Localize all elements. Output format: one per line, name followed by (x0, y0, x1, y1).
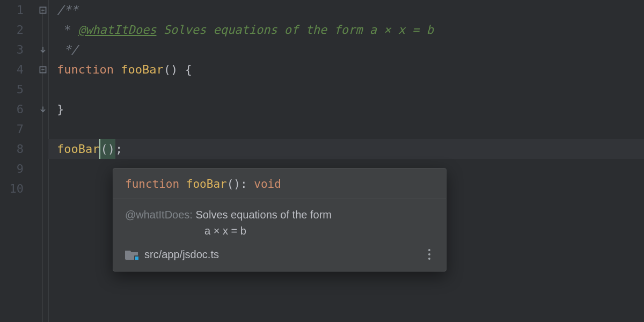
jsdoc-prefix: * (57, 23, 78, 36)
tooltip-doc: @whatItDoes: Solves equations of the for… (113, 199, 446, 243)
line-number: 2 (0, 20, 24, 40)
tooltip-doc-tag: @whatItDoes: (125, 209, 193, 221)
folder-icon (125, 249, 138, 260)
jsdoc-tag: @whatItDoes (78, 23, 157, 36)
line-number: 5 (0, 79, 24, 99)
line-number: 1 (0, 0, 24, 20)
kebab-menu-icon[interactable] (425, 249, 434, 260)
tooltip-doc-text: a × x = b (204, 225, 246, 237)
line-number: 3 (0, 40, 24, 60)
code-line[interactable]: */ (57, 40, 644, 60)
line-number: 9 (0, 159, 24, 179)
code-line[interactable] (57, 119, 644, 139)
line-number: 6 (0, 99, 24, 119)
code-line-active[interactable]: fooBar(); (48, 139, 644, 159)
fold-toggle-icon[interactable] (39, 65, 47, 74)
sig-punct: (): (227, 178, 254, 191)
line-number: 8 (0, 139, 24, 159)
line-number: 7 (0, 119, 24, 139)
tooltip-signature: function fooBar(): void (113, 169, 446, 199)
keyword-function: function (57, 63, 114, 76)
quick-doc-tooltip: function fooBar(): void @whatItDoes: Sol… (113, 168, 447, 272)
punct: } (57, 103, 64, 116)
sig-return-type: void (254, 178, 281, 191)
code-area[interactable]: /** * @whatItDoes Solves equations of th… (48, 0, 644, 322)
tooltip-source-row[interactable]: src/app/jsdoc.ts (113, 243, 446, 271)
code-line[interactable]: * @whatItDoes Solves equations of the fo… (57, 20, 644, 40)
code-line[interactable]: /** (57, 0, 644, 20)
code-editor[interactable]: 1 2 3 4 5 6 7 8 9 10 /** * @whatItDoes S… (0, 0, 644, 322)
fold-end-icon[interactable] (39, 46, 47, 54)
function-name: fooBar (121, 63, 163, 76)
line-number: 4 (0, 60, 24, 79)
tooltip-doc-text: Solves equations of the form (195, 209, 331, 221)
jsdoc-open: /** (57, 3, 78, 17)
punct: ; (115, 142, 122, 156)
line-number-gutter: 1 2 3 4 5 6 7 8 9 10 (0, 0, 30, 322)
tooltip-source-path: src/app/jsdoc.ts (144, 246, 219, 262)
punct: () { (164, 63, 192, 76)
code-line[interactable]: } (57, 99, 644, 119)
jsdoc-text: Solves equations of the form a × x = b (156, 23, 434, 36)
line-number: 10 (0, 179, 24, 199)
code-line[interactable]: function fooBar() { (57, 60, 644, 79)
fold-guide-line (42, 9, 43, 322)
fold-toggle-icon[interactable] (39, 6, 47, 14)
jsdoc-close: */ (57, 43, 78, 56)
sig-keyword: function (125, 178, 179, 191)
editor-caret: () (99, 139, 115, 159)
fold-column (30, 0, 48, 322)
call-name: fooBar (57, 142, 99, 156)
code-line[interactable] (57, 79, 644, 99)
sig-name: fooBar (186, 178, 227, 191)
fold-end-icon[interactable] (39, 105, 47, 114)
